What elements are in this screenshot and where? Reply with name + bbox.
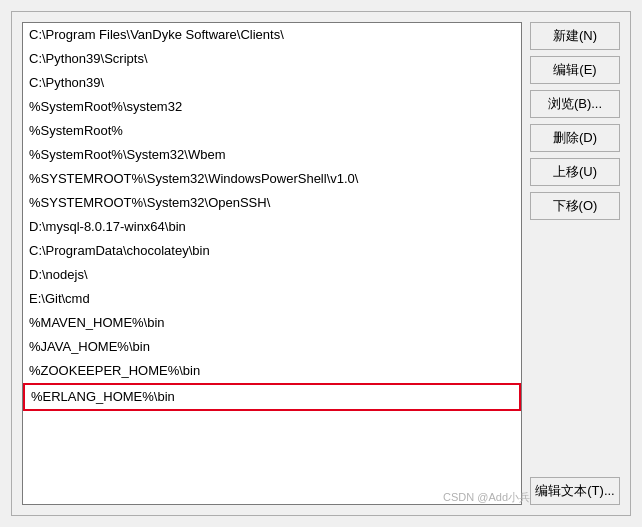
move-down-button[interactable]: 下移(O) — [530, 192, 620, 220]
move-up-button[interactable]: 上移(U) — [530, 158, 620, 186]
browse-button[interactable]: 浏览(B)... — [530, 90, 620, 118]
path-list[interactable]: C:\Program Files\VanDyke Software\Client… — [22, 22, 522, 505]
list-item[interactable]: %MAVEN_HOME%\bin — [23, 311, 521, 335]
button-spacer — [530, 226, 620, 471]
edit-button[interactable]: 编辑(E) — [530, 56, 620, 84]
list-item[interactable]: %SystemRoot%\System32\Wbem — [23, 143, 521, 167]
list-item[interactable]: %SYSTEMROOT%\System32\OpenSSH\ — [23, 191, 521, 215]
list-item[interactable]: E:\Git\cmd — [23, 287, 521, 311]
list-item[interactable]: %SYSTEMROOT%\System32\WindowsPowerShell\… — [23, 167, 521, 191]
list-item[interactable]: C:\ProgramData\chocolatey\bin — [23, 239, 521, 263]
new-button[interactable]: 新建(N) — [530, 22, 620, 50]
list-item[interactable]: C:\Program Files\VanDyke Software\Client… — [23, 23, 521, 47]
list-item[interactable]: %ZOOKEEPER_HOME%\bin — [23, 359, 521, 383]
watermark: CSDN @Add小兵 — [443, 490, 530, 505]
delete-button[interactable]: 删除(D) — [530, 124, 620, 152]
list-item[interactable]: %SystemRoot% — [23, 119, 521, 143]
list-item[interactable]: C:\Python39\Scripts\ — [23, 47, 521, 71]
buttons-panel: 新建(N) 编辑(E) 浏览(B)... 删除(D) 上移(U) 下移(O) 编… — [530, 22, 620, 505]
list-item[interactable]: %ERLANG_HOME%\bin — [23, 383, 521, 411]
list-item[interactable]: D:\mysql-8.0.17-winx64\bin — [23, 215, 521, 239]
list-item[interactable]: %JAVA_HOME%\bin — [23, 335, 521, 359]
list-item[interactable]: D:\nodejs\ — [23, 263, 521, 287]
list-item[interactable]: %SystemRoot%\system32 — [23, 95, 521, 119]
edit-text-button[interactable]: 编辑文本(T)... — [530, 477, 620, 505]
list-item[interactable]: C:\Python39\ — [23, 71, 521, 95]
env-variable-dialog: C:\Program Files\VanDyke Software\Client… — [11, 11, 631, 516]
